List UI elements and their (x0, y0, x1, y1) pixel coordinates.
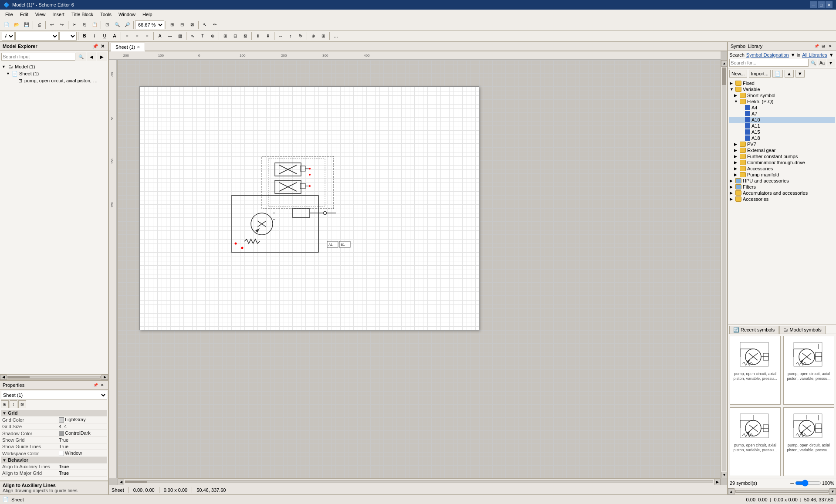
line-style-btn[interactable]: ∿ (188, 32, 197, 41)
color-btn[interactable]: A (155, 32, 165, 41)
line-btn[interactable]: — (165, 32, 175, 41)
back-btn[interactable]: ⬇ (263, 32, 273, 41)
canvas-hscroll[interactable]: ◀ ▶ (118, 478, 721, 485)
grid-btn[interactable]: ⊞ (318, 32, 328, 41)
sym-tree-a7[interactable]: A7 (729, 111, 835, 117)
hscroll-right-btn[interactable]: ▶ (714, 479, 721, 485)
flip-v-btn[interactable]: ↕ (286, 32, 295, 41)
sym-down-btn[interactable]: ▼ (795, 70, 805, 78)
sym-tree-pump-manifold[interactable]: ▶ Pump manifold (729, 172, 835, 178)
group-toggle-behavior[interactable]: ▼ (2, 458, 7, 463)
redo-btn[interactable]: ↪ (57, 20, 67, 29)
menu-file[interactable]: File (2, 11, 17, 18)
sym-tree-further-constant[interactable]: ▶ Further constant pumps (729, 153, 835, 159)
search-next-btn[interactable]: ▶ (97, 52, 107, 61)
sym-filter-btn[interactable]: ▼ (827, 59, 835, 67)
align-center-btn[interactable]: ≡ (132, 32, 142, 41)
italic-btn[interactable]: I (90, 32, 99, 41)
group-btn[interactable]: ⊞ (220, 32, 230, 41)
maximize-button[interactable]: □ (818, 1, 825, 8)
sym-tree-fixed[interactable]: ▶ Fixed (729, 80, 835, 86)
sym-tree-elektr[interactable]: ▼ Elektr. (P-Q) (729, 98, 835, 105)
sym-tree-accumulators[interactable]: ▶ Accumulators and accessories (729, 190, 835, 196)
sym-tree-accessories-var[interactable]: ▶ Accessories (729, 166, 835, 172)
sym-close-btn[interactable]: ✕ (827, 43, 833, 49)
sym-tree-filters[interactable]: ▶ Filters (729, 184, 835, 190)
sym-expand-fixed[interactable]: ▶ (730, 81, 734, 85)
scroll-right-btn[interactable]: ▶ (102, 375, 108, 380)
sym-doc-btn[interactable]: 📄 (772, 70, 783, 78)
zoom-out-btn[interactable]: 🔎 (122, 20, 132, 29)
sym-import-btn[interactable]: Import... (749, 70, 771, 78)
flip-h-btn[interactable]: ↔ (276, 32, 285, 41)
tree-hscroll[interactable]: ◀ ▶ (0, 374, 108, 379)
fit-height-btn[interactable]: ⊠ (187, 20, 197, 29)
sym-tree-hpu[interactable]: ▶ HPU and accessories (729, 178, 835, 184)
sym-aa-btn[interactable]: Aa (818, 59, 826, 67)
close-button[interactable]: ✕ (826, 1, 833, 8)
sym-tab-recent[interactable]: 🔄 Recent symbols (729, 326, 778, 334)
sym-tree-a4[interactable]: A4 (729, 105, 835, 111)
scroll-left-btn[interactable]: ◀ (0, 375, 7, 380)
sym-pin-btn[interactable]: 📌 (813, 43, 819, 49)
cut-btn[interactable]: ✂ (70, 20, 79, 29)
tab-sheet1[interactable]: Sheet (1) ✕ (111, 43, 145, 51)
fit-btn[interactable]: ⊞ (167, 20, 177, 29)
model-search-input[interactable] (1, 53, 75, 61)
pin-btn[interactable]: 📌 (92, 43, 98, 49)
menu-title-block[interactable]: Title Block (68, 11, 97, 18)
fill-btn[interactable]: ▨ (175, 32, 185, 41)
sym-vscroll-down[interactable]: ▼ (829, 488, 836, 495)
menu-edit[interactable]: Edit (17, 11, 32, 18)
sym-search-btn[interactable]: 🔍 (809, 59, 817, 67)
search-btn[interactable]: 🔍 (76, 52, 86, 61)
sym-expand-pv7[interactable]: ▶ (734, 142, 738, 146)
underline-btn[interactable]: U (100, 32, 109, 41)
zoom-in-btn[interactable]: 🔍 (112, 20, 122, 29)
bold-btn[interactable]: B (80, 32, 89, 41)
sym-new-btn[interactable]: New... (729, 70, 747, 78)
layer-dropdown[interactable]: A (2, 32, 15, 41)
symbol-search-input[interactable] (729, 59, 809, 67)
vscroll-up-btn[interactable]: ▲ (721, 60, 727, 67)
zoom-dropdown[interactable]: 66.67 % 100 % 50 % (135, 20, 164, 29)
text-btn[interactable]: T (198, 32, 207, 41)
rotate-btn[interactable]: ↻ (296, 32, 305, 41)
sym-preview-3[interactable]: pump, open circuit, axial piston, variab… (730, 407, 781, 476)
sym-tree-a10[interactable]: A10 (729, 117, 835, 123)
props-filter-btn[interactable]: ⊠ (18, 400, 26, 408)
menu-insert[interactable]: Insert (49, 11, 68, 18)
front-btn[interactable]: ⬆ (253, 32, 263, 41)
group-toggle-grid[interactable]: ▼ (2, 411, 7, 416)
open-btn[interactable]: 📂 (12, 20, 21, 29)
print-btn[interactable]: 🖨 (34, 20, 44, 29)
align-right-btn[interactable]: ≡ (142, 32, 152, 41)
align-h-btn[interactable]: ⊟ (230, 32, 240, 41)
sym-right-vscrollbar[interactable]: ▲ ▼ (728, 488, 836, 494)
sym-tree-a15[interactable]: A15 (729, 129, 835, 135)
sym-tab-model[interactable]: 🗂 Model symbols (779, 326, 825, 334)
sym-expand-short[interactable]: ▶ (734, 93, 738, 98)
font-dropdown[interactable] (15, 32, 59, 41)
minimize-button[interactable]: ─ (810, 1, 817, 8)
expand-sheet[interactable]: ▼ (6, 71, 10, 76)
props-close-btn[interactable]: ✕ (99, 382, 105, 388)
menu-help[interactable]: Help (139, 11, 156, 18)
align-left-btn[interactable]: ≡ (122, 32, 132, 41)
props-cat-btn[interactable]: ⊞ (1, 400, 9, 408)
sym-expand-btn[interactable]: ⊞ (820, 43, 826, 49)
sym-preview-1[interactable]: pump, open circuit, axial piston, variab… (730, 336, 781, 405)
sym-preview-4[interactable]: pump, open circuit, axial piston, variab… (783, 407, 834, 476)
strikethrough-btn[interactable]: A (110, 32, 119, 41)
sym-expand-acc-top[interactable]: ▶ (730, 197, 734, 201)
copy-btn[interactable]: ⎘ (80, 20, 89, 29)
expand-model[interactable]: ▼ (2, 64, 6, 69)
sym-expand-accumulators[interactable]: ▶ (730, 191, 734, 195)
save-btn[interactable]: 💾 (22, 20, 31, 29)
properties-sheet-dropdown[interactable]: Sheet (1) (1, 391, 107, 399)
sym-tree-accessories-top[interactable]: ▶ Accessories (729, 196, 835, 202)
drawing-canvas[interactable]: A1 B1 (118, 60, 721, 478)
tree-item-model[interactable]: ▼ 🗂 Model (1) (1, 63, 107, 70)
more-btn[interactable]: … (331, 32, 341, 41)
sym-expand-hpu[interactable]: ▶ (730, 179, 734, 183)
